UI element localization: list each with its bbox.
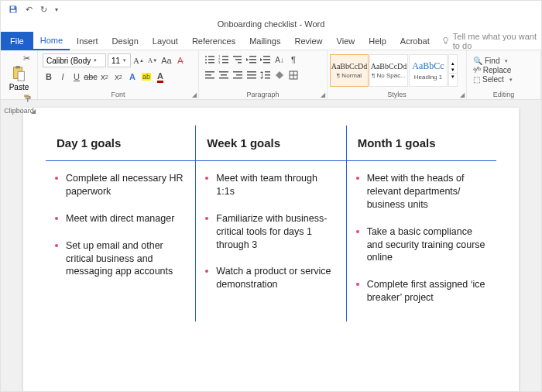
style-no-spacing[interactable]: AaBbCcDd ¶ No Spac... xyxy=(369,54,408,87)
svg-rect-31 xyxy=(219,77,228,79)
underline-icon[interactable]: U xyxy=(70,70,83,83)
highlight-icon[interactable]: ab xyxy=(140,70,153,83)
change-case-icon[interactable]: Aa xyxy=(160,54,173,67)
justify-icon[interactable] xyxy=(245,69,258,81)
svg-rect-12 xyxy=(222,56,228,57)
tab-layout[interactable]: Layout xyxy=(146,32,185,50)
styles-more-icon[interactable]: ▴ ▾ ▾ xyxy=(448,54,458,87)
svg-rect-4 xyxy=(19,71,25,81)
svg-rect-6 xyxy=(208,56,214,57)
tab-review[interactable]: Review xyxy=(288,32,330,50)
font-family-combo[interactable]: Calibri (Body▾ xyxy=(43,53,106,67)
list-item[interactable]: Take a basic compliance and security tra… xyxy=(356,225,487,265)
list-item[interactable]: Meet with team through 1:1s xyxy=(205,172,336,198)
redo-icon[interactable]: ↻ xyxy=(40,5,47,15)
list-item[interactable]: Meet with direct manager xyxy=(55,212,186,225)
shading-icon[interactable] xyxy=(273,69,286,81)
format-painter-icon[interactable] xyxy=(22,92,34,105)
multilevel-list-icon[interactable] xyxy=(232,53,244,66)
styles-launcher-icon[interactable]: ◢ xyxy=(460,91,465,99)
tab-file[interactable]: File xyxy=(1,32,33,50)
onboarding-table[interactable]: Day 1 goals Week 1 goals Month 1 goals C… xyxy=(45,125,497,322)
svg-rect-3 xyxy=(16,66,20,69)
svg-rect-14 xyxy=(222,59,228,60)
group-font-label: Font◢ xyxy=(38,90,198,99)
tab-insert[interactable]: Insert xyxy=(70,32,105,50)
tab-design[interactable]: Design xyxy=(105,32,146,50)
tell-me-label: Tell me what you want to do xyxy=(453,32,541,50)
svg-rect-38 xyxy=(262,73,262,77)
bold-icon[interactable]: B xyxy=(43,70,55,83)
superscript-icon[interactable]: x2 xyxy=(112,70,125,83)
font-launcher-icon[interactable]: ◢ xyxy=(192,91,197,99)
list-item[interactable]: Set up email and other critical business… xyxy=(55,239,186,279)
tab-acrobat[interactable]: Acrobat xyxy=(393,32,437,50)
font-size-combo[interactable]: 11▾ xyxy=(108,53,131,67)
style-normal[interactable]: AaBbCcDd ¶ Normal xyxy=(330,54,369,87)
list-item[interactable]: Complete first assigned ‘ice breaker’ pr… xyxy=(356,278,487,304)
svg-rect-37 xyxy=(247,77,256,79)
svg-point-7 xyxy=(205,59,207,60)
col-body-week1[interactable]: Meet with team through 1:1s Familiarize … xyxy=(196,161,346,322)
document-page[interactable]: Day 1 goals Week 1 goals Month 1 goals C… xyxy=(23,108,519,392)
styles-gallery[interactable]: AaBbCcDd ¶ Normal AaBbCcDd ¶ No Spac... … xyxy=(330,54,458,87)
paragraph-launcher-icon[interactable]: ◢ xyxy=(321,91,325,99)
col-body-day1[interactable]: Complete all necessary HR paperwork Meet… xyxy=(46,161,196,322)
col-heading-week1[interactable]: Week 1 goals xyxy=(196,126,346,161)
tab-mailings[interactable]: Mailings xyxy=(242,32,287,50)
cut-icon[interactable]: ✂ xyxy=(20,52,33,64)
align-left-icon[interactable] xyxy=(204,69,216,81)
line-spacing-icon[interactable] xyxy=(259,69,272,81)
align-center-icon[interactable] xyxy=(218,69,230,81)
svg-rect-8 xyxy=(208,59,214,60)
clipboard-launcher-icon[interactable]: ◢ xyxy=(31,108,36,115)
shrink-font-icon[interactable]: A▼ xyxy=(146,54,159,67)
col-heading-day1[interactable]: Day 1 goals xyxy=(46,126,196,161)
tab-home[interactable]: Home xyxy=(33,32,70,50)
text-effects-icon[interactable]: A xyxy=(126,70,139,83)
grow-font-icon[interactable]: A▲ xyxy=(132,54,145,67)
paste-icon xyxy=(11,65,26,82)
decrease-indent-icon[interactable] xyxy=(245,53,258,66)
svg-rect-10 xyxy=(208,62,214,64)
list-item[interactable]: Familiarize with business-critical tools… xyxy=(205,212,336,252)
save-icon[interactable] xyxy=(9,5,18,14)
select-button[interactable]: ⬚Select▾ xyxy=(473,75,513,84)
tab-references[interactable]: References xyxy=(185,32,242,50)
svg-rect-29 xyxy=(219,71,228,73)
list-item[interactable]: Meet with the heads of relevant departme… xyxy=(356,172,487,211)
qat-customize-icon[interactable]: ▾ xyxy=(55,6,58,13)
tab-view[interactable]: View xyxy=(330,32,362,50)
subscript-icon[interactable]: x2 xyxy=(98,70,111,83)
list-item[interactable]: Watch a product or service demonstration xyxy=(205,265,336,291)
sort-icon[interactable]: A↓ xyxy=(273,53,286,66)
strikethrough-icon[interactable]: abc xyxy=(84,70,97,83)
font-color-icon[interactable]: A xyxy=(154,70,166,83)
find-button[interactable]: 🔍Find▾ xyxy=(473,57,513,65)
list-item[interactable]: Complete all necessary HR paperwork xyxy=(55,172,186,198)
tell-me-search[interactable]: Tell me what you want to do xyxy=(441,32,541,50)
ribbon: ✂ Paste Clipboard◢ Calibri (Body▾ 11▾ A▲… xyxy=(1,50,541,100)
undo-icon[interactable]: ↶ xyxy=(26,5,33,15)
style-heading-1[interactable]: AaBbCc Heading 1 xyxy=(409,54,448,87)
align-right-icon[interactable] xyxy=(232,69,244,81)
document-area: Day 1 goals Week 1 goals Month 1 goals C… xyxy=(1,100,541,392)
group-paragraph-label: Paragraph◢ xyxy=(199,90,327,99)
svg-rect-20 xyxy=(249,56,256,57)
bullets-icon[interactable] xyxy=(204,53,216,66)
italic-icon[interactable]: I xyxy=(57,70,69,83)
numbering-icon[interactable]: 123 xyxy=(218,53,230,66)
tab-help[interactable]: Help xyxy=(362,32,393,50)
quick-access-toolbar: ↶ ↻ ▾ xyxy=(1,1,541,18)
borders-icon[interactable] xyxy=(287,69,300,81)
col-heading-month1[interactable]: Month 1 goals xyxy=(346,126,496,161)
svg-rect-19 xyxy=(238,62,242,64)
increase-indent-icon[interactable] xyxy=(259,53,272,66)
col-body-month1[interactable]: Meet with the heads of relevant departme… xyxy=(346,161,496,322)
svg-rect-32 xyxy=(233,71,242,73)
clear-formatting-icon[interactable]: A̶ xyxy=(174,54,187,67)
paste-button[interactable]: Paste xyxy=(8,65,31,91)
show-hide-icon[interactable]: ¶ xyxy=(287,53,300,66)
replace-button[interactable]: ᵃ⁄ᵇReplace xyxy=(473,66,513,74)
ribbon-tabs: File Home Insert Design Layout Reference… xyxy=(1,32,541,50)
